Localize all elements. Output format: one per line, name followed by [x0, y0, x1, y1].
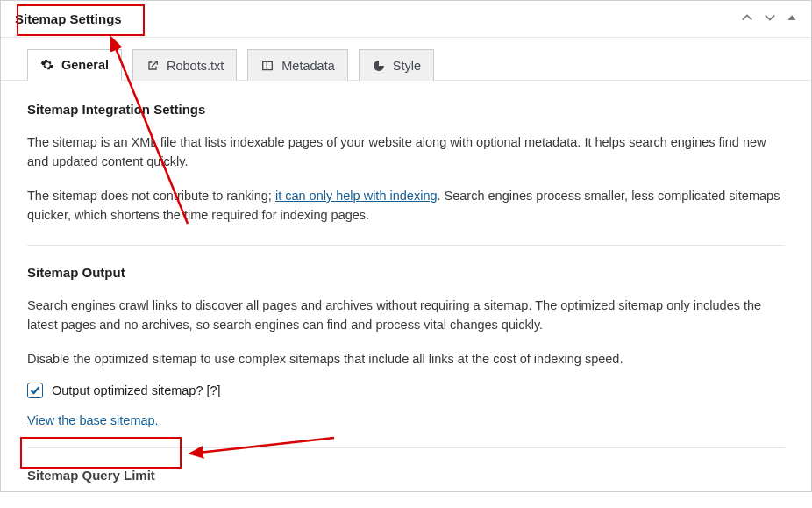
section-title-output: Sitemap Output	[27, 265, 785, 280]
tab-label: Robots.txt	[167, 59, 224, 73]
export-icon	[146, 59, 160, 73]
optimized-sitemap-checkbox[interactable]	[27, 383, 43, 398]
integration-p1: The sitemap is an XML file that lists in…	[27, 132, 785, 172]
checkbox-label: Output optimized sitemap? [?]	[52, 383, 221, 397]
tabs: General Robots.txt Metadata Style	[1, 38, 811, 81]
integration-p2: The sitemap does not contribute to ranki…	[27, 186, 785, 225]
tab-general[interactable]: General	[27, 49, 122, 81]
section-title-query: Sitemap Query Limit	[27, 468, 785, 483]
tab-label: General	[61, 58, 109, 72]
output-p1: Search engines crawl links to discover a…	[27, 296, 785, 335]
chevron-down-icon[interactable]	[764, 11, 776, 26]
indexing-link[interactable]: it can only help with indexing	[275, 189, 438, 203]
caret-up-icon[interactable]	[787, 11, 797, 26]
check-icon	[30, 385, 40, 396]
tab-style[interactable]: Style	[359, 49, 434, 81]
optimized-sitemap-row: Output optimized sitemap? [?]	[27, 383, 785, 398]
panel-controls	[741, 11, 797, 26]
chevron-up-icon[interactable]	[741, 11, 753, 26]
tab-label: Metadata	[281, 59, 334, 73]
text: The sitemap does not contribute to ranki…	[27, 189, 275, 203]
columns-icon	[260, 59, 274, 73]
partial-circle-icon	[372, 59, 386, 73]
panel-header: Sitemap Settings	[1, 1, 811, 38]
gear-icon	[40, 58, 54, 72]
view-sitemap-row: View the base sitemap.	[27, 412, 785, 428]
tab-metadata[interactable]: Metadata	[247, 49, 347, 81]
divider	[27, 245, 785, 246]
section-title-integration: Sitemap Integration Settings	[27, 102, 785, 117]
tab-robots[interactable]: Robots.txt	[132, 49, 237, 81]
panel-title: Sitemap Settings	[15, 11, 122, 26]
content: Sitemap Integration Settings The sitemap…	[1, 81, 811, 491]
sitemap-settings-panel: Sitemap Settings General Robots.txt Meta…	[0, 0, 812, 492]
view-base-sitemap-link[interactable]: View the base sitemap.	[27, 413, 159, 427]
tab-label: Style	[393, 59, 421, 73]
divider	[27, 447, 785, 448]
output-p2: Disable the optimized sitemap to use com…	[27, 349, 785, 368]
